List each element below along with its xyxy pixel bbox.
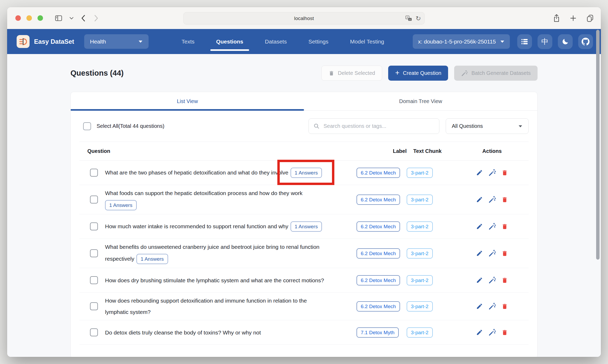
tab-domain-tree-view[interactable]: Domain Tree View: [304, 92, 537, 110]
project-select[interactable]: Health: [84, 34, 149, 49]
text-chunk-badge[interactable]: 3-part-2: [407, 248, 433, 259]
edit-icon[interactable]: [476, 223, 483, 230]
language-toggle-button[interactable]: 中: [538, 34, 552, 49]
text-chunk-badge[interactable]: 3-part-2: [407, 195, 433, 205]
row-checkbox[interactable]: [90, 276, 98, 284]
task-list-button[interactable]: [517, 34, 532, 49]
create-question-button[interactable]: + Create Question: [388, 66, 448, 81]
edit-icon[interactable]: [476, 303, 483, 310]
sidebar-chevron-down-icon[interactable]: [69, 17, 74, 20]
label-badge[interactable]: 6.2 Detox Mech: [357, 248, 400, 259]
dark-mode-button[interactable]: [558, 34, 573, 49]
search-box: [308, 118, 439, 134]
trash-icon: [329, 70, 334, 76]
model-select[interactable]: x: doubao-1-5-pro-256k-250115: [413, 34, 510, 49]
row-checkbox[interactable]: [90, 169, 98, 177]
generate-dataset-icon[interactable]: [488, 328, 496, 336]
row-checkbox[interactable]: [90, 249, 98, 257]
delete-icon[interactable]: [501, 329, 508, 336]
magic-wand-icon: [461, 70, 468, 77]
nav-model-testing[interactable]: Model Testing: [350, 38, 384, 45]
table-row: What benefits do unsweetened cranberry j…: [79, 239, 529, 268]
generate-dataset-icon[interactable]: [488, 276, 496, 284]
share-icon[interactable]: [553, 14, 560, 22]
delete-icon[interactable]: [501, 196, 508, 203]
delete-icon[interactable]: [501, 250, 508, 257]
delete-icon[interactable]: [501, 277, 508, 284]
chevron-down-icon: [500, 40, 505, 43]
traffic-lights: [15, 15, 43, 21]
new-tab-icon[interactable]: [569, 14, 577, 22]
forward-button[interactable]: [93, 14, 99, 22]
answers-badge[interactable]: 1 Answers: [291, 168, 322, 178]
close-window-button[interactable]: [15, 15, 21, 21]
text-chunk-badge[interactable]: 3-part-2: [407, 221, 433, 232]
delete-icon[interactable]: [501, 223, 508, 230]
generate-dataset-icon[interactable]: [488, 169, 496, 177]
answers-badge[interactable]: 1 Answers: [105, 200, 137, 210]
answers-badge[interactable]: 1 Answers: [291, 221, 322, 232]
text-chunk-badge[interactable]: 3-part-2: [407, 275, 433, 285]
row-checkbox[interactable]: [90, 222, 98, 230]
generate-dataset-icon[interactable]: [488, 222, 496, 230]
svg-text:A: A: [407, 16, 408, 19]
label-badge[interactable]: 6.2 Detox Mech: [357, 168, 400, 178]
label-badge[interactable]: 7.1 Detox Myth: [357, 327, 399, 338]
zoom-window-button[interactable]: [37, 15, 43, 21]
questions-table: Question Label Text Chunk Actions What a…: [79, 142, 529, 345]
edit-icon[interactable]: [476, 277, 483, 284]
edit-icon[interactable]: [476, 329, 483, 336]
delete-icon[interactable]: [501, 303, 508, 310]
delete-icon[interactable]: [501, 169, 508, 176]
address-bar[interactable]: localhost A x ↻: [183, 12, 425, 25]
table-row: What are the two phases of hepatic detox…: [79, 161, 529, 185]
edit-icon[interactable]: [476, 196, 483, 203]
chevron-down-icon: [138, 40, 143, 43]
select-all-label: Select All(Total 44 questions): [97, 123, 164, 129]
page-scrollbar[interactable]: [596, 30, 600, 260]
question-cell: What are the two phases of hepatic detox…: [105, 168, 357, 178]
edit-icon[interactable]: [476, 169, 483, 176]
reload-icon[interactable]: ↻: [416, 15, 421, 22]
back-button[interactable]: [80, 14, 86, 22]
github-button[interactable]: [578, 34, 593, 49]
column-header-label: Label: [357, 148, 407, 154]
main-content: Questions (44) Delete Selected + Create …: [7, 54, 601, 357]
batch-generate-datasets-button[interactable]: Batch Generate Datasets: [454, 66, 538, 81]
generate-dataset-icon[interactable]: [488, 196, 496, 203]
label-badge[interactable]: 6.2 Detox Mech: [357, 301, 400, 312]
row-checkbox[interactable]: [90, 328, 98, 336]
generate-dataset-icon[interactable]: [488, 249, 496, 257]
questions-filter-select[interactable]: All Questions: [446, 118, 529, 134]
select-all-checkbox[interactable]: [83, 122, 91, 130]
url-text: localhost: [294, 16, 314, 21]
text-chunk-badge[interactable]: 3-part-2: [407, 327, 433, 338]
answers-badge[interactable]: 1 Answers: [136, 254, 168, 264]
search-input[interactable]: [323, 123, 434, 129]
question-cell: What benefits do unsweetened cranberry j…: [105, 242, 357, 264]
text-chunk-badge[interactable]: 3-part-2: [407, 301, 433, 312]
text-chunk-badge[interactable]: 3-part-2: [407, 168, 433, 178]
label-badge[interactable]: 6.2 Detox Mech: [357, 195, 400, 205]
main-nav: Texts Questions Datasets Settings Model …: [182, 38, 384, 45]
delete-selected-button[interactable]: Delete Selected: [321, 66, 382, 81]
generate-dataset-icon[interactable]: [488, 302, 496, 310]
minimize-window-button[interactable]: [26, 15, 32, 21]
nav-datasets[interactable]: Datasets: [265, 38, 287, 45]
nav-texts[interactable]: Texts: [182, 38, 194, 45]
label-badge[interactable]: 6.2 Detox Mech: [357, 221, 400, 232]
nav-questions[interactable]: Questions: [216, 38, 243, 45]
translate-icon[interactable]: A x: [405, 15, 412, 22]
plus-icon: +: [395, 69, 399, 76]
tab-overview-icon[interactable]: [586, 14, 594, 22]
page-title: Questions (44): [70, 69, 124, 77]
sidebar-toggle-icon[interactable]: [55, 15, 63, 22]
table-row: How much water intake is recommended to …: [79, 214, 529, 239]
tab-list-view[interactable]: List View: [71, 92, 304, 110]
edit-icon[interactable]: [476, 250, 483, 257]
label-badge[interactable]: 6.2 Detox Mech: [357, 275, 400, 285]
row-checkbox[interactable]: [90, 196, 98, 203]
row-checkbox[interactable]: [90, 302, 98, 310]
nav-settings[interactable]: Settings: [308, 38, 329, 45]
table-row: How does rebounding support detoxificati…: [79, 293, 529, 320]
